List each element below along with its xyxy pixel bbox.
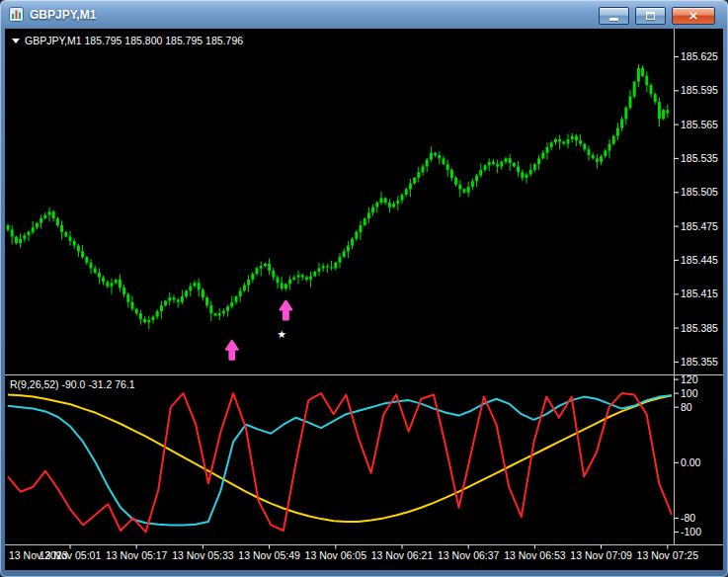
time-axis-label: 13 Nov 07:09 [570, 549, 632, 561]
minimize-button[interactable] [599, 7, 629, 25]
indicator-axis-label: -100 [681, 526, 701, 537]
price-axis-label: 185.385 [681, 322, 718, 334]
chart-app-icon [9, 7, 24, 22]
time-axis-label: 13 Nov 05:33 [172, 549, 234, 561]
price-axis-label: 185.595 [681, 84, 718, 96]
price-axis-label: 185.445 [681, 254, 718, 266]
chart-canvas[interactable]: ★185.625185.595185.565185.535185.505185.… [5, 29, 723, 570]
chart-area[interactable]: ★185.625185.595185.565185.535185.505185.… [5, 29, 723, 570]
time-axis-label: 13 Nov 06:21 [371, 549, 434, 561]
time-axis-label: 13 Nov 05:01 [40, 549, 102, 561]
time-axis-label: 13 Nov 05:17 [106, 549, 168, 561]
price-axis-label: 185.475 [681, 220, 718, 232]
indicator-label: R(9,26,52) -90.0 -31.2 76.1 [10, 378, 135, 390]
indicator-axis-label: 80 [681, 401, 692, 413]
price-axis-label: 185.415 [681, 288, 718, 299]
window-title: GBPJPY,M1 [30, 8, 96, 22]
maximize-button[interactable] [635, 7, 666, 25]
chart-background [5, 29, 723, 570]
star-icon: ★ [277, 328, 285, 340]
price-axis-label: 185.505 [681, 186, 718, 198]
maximize-icon [646, 12, 655, 20]
time-axis-label: 13 Nov 06:37 [438, 549, 500, 561]
price-axis-label: 185.355 [681, 356, 718, 368]
indicator-axis-label: 100 [681, 387, 698, 399]
indicator-axis-label: -80 [681, 512, 695, 524]
terminal-window: GBPJPY,M1 × ★185.625185.595185.565185.53… [0, 0, 728, 577]
price-axis-label: 185.565 [681, 119, 718, 130]
price-axis-label: 185.625 [681, 50, 718, 62]
price-axis-label: 185.535 [681, 152, 718, 164]
indicator-axis-label: 0.00 [681, 456, 701, 468]
close-button[interactable]: × [672, 7, 715, 25]
indicator-axis-label: 120 [681, 373, 698, 385]
ohlc-label: GBPJPY,M1 185.795 185.800 185.795 185.79… [25, 35, 243, 46]
title-bar[interactable]: GBPJPY,M1 × [5, 0, 723, 29]
minimize-icon [609, 18, 618, 21]
time-axis-label: 13 Nov 06:05 [305, 549, 367, 561]
time-axis-label: 13 Nov 06:53 [504, 549, 566, 561]
close-icon: × [688, 9, 699, 22]
window-controls: × [599, 7, 715, 25]
time-axis-label: 13 Nov 07:25 [637, 549, 699, 561]
time-axis-label: 13 Nov 05:49 [238, 549, 300, 561]
